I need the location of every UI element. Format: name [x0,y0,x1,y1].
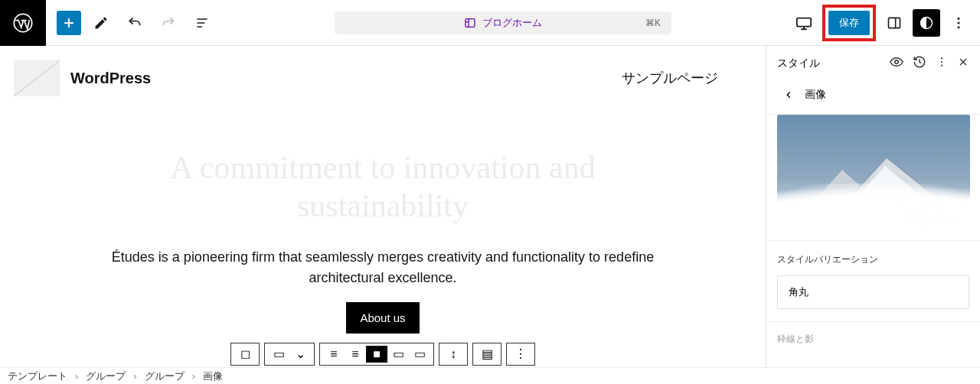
block-toolbar: ◻ ▭⌄ ≡≡■▭▭ ↕ ▤ ⋮ [230,343,535,366]
styles-back-label: 画像 [805,88,826,102]
block-tool-group-6[interactable]: ⋮ [506,343,535,366]
hero-heading[interactable]: A commitment to innovation and sustainab… [92,148,674,226]
styles-panel-title: スタイル [777,57,820,70]
styles-toggle[interactable] [913,9,940,37]
shortcut-hint: ⌘K [645,18,661,28]
site-header-left: WordPress [14,60,151,96]
svg-rect-3 [889,18,900,28]
site-title[interactable]: WordPress [70,70,151,87]
block-tool-group-3[interactable]: ≡≡■▭▭ [319,343,434,366]
svg-point-9 [941,57,942,59]
redo-button[interactable] [155,9,182,37]
settings-panel-toggle[interactable] [880,9,908,37]
toolbar-left [46,9,216,37]
save-highlight: 保存 [822,5,876,41]
wordpress-logo[interactable] [0,0,46,46]
chevron-left-icon [783,89,794,100]
site-header: WordPress サンプルページ [0,46,766,110]
editor-top-bar: ブログホーム ⌘K 保存 [0,0,980,46]
toolbar-right: 保存 [790,5,972,41]
crumb-group-1[interactable]: グループ [86,369,126,383]
svg-point-8 [895,60,899,64]
svg-rect-2 [797,18,811,26]
styles-panel: スタイル 画像 スタイルバリエーション 角丸 枠線と影 [766,46,980,367]
block-tool-group-5[interactable]: ▤ [472,343,501,366]
editor-canvas[interactable]: WordPress サンプルページ A commitment to innova… [0,46,766,367]
image-preview [777,115,969,229]
document-switcher[interactable]: ブログホーム ⌘K [335,11,671,34]
variation-option-rounded[interactable]: 角丸 [777,275,969,309]
styles-panel-actions [890,55,969,71]
save-button[interactable]: 保存 [828,11,870,35]
hero-button[interactable]: About us [346,302,419,334]
list-view-button[interactable] [188,9,216,37]
crumb-image[interactable]: 画像 [203,369,223,383]
crumb-template[interactable]: テンプレート [8,369,67,383]
add-block-button[interactable] [57,11,81,35]
panel-more-icon[interactable] [936,56,948,70]
hero-paragraph[interactable]: Études is a pioneering firm that seamles… [92,247,674,288]
revisions-icon[interactable] [913,55,926,71]
hero-section: A commitment to innovation and sustainab… [0,110,766,367]
styles-panel-header: スタイル [766,46,980,80]
svg-point-6 [958,21,960,24]
styles-back-row[interactable]: 画像 [766,80,980,115]
svg-point-10 [941,61,942,63]
document-switcher-wrap: ブログホーム ⌘K [216,11,790,34]
crumb-separator: › [192,370,195,382]
svg-point-5 [958,17,960,19]
mountain-thumbnail[interactable] [777,115,970,229]
undo-button[interactable] [121,9,149,37]
style-variation-label: スタイルバリエーション [777,253,969,266]
eye-icon[interactable] [890,55,903,71]
nav-link-sample[interactable]: サンプルページ [622,69,718,87]
crumb-separator: › [75,370,78,382]
style-variation-section: スタイルバリエーション 角丸 [766,240,980,321]
view-button[interactable] [790,9,818,37]
border-shadow-section-peek[interactable]: 枠線と影 [766,321,980,356]
svg-rect-1 [466,18,475,27]
edit-tool-button[interactable] [87,9,115,37]
close-icon[interactable] [957,56,969,70]
breadcrumb-bar: テンプレート › グループ › グループ › 画像 [0,367,980,384]
svg-point-11 [941,65,942,67]
block-tool-group-4[interactable]: ↕ [439,343,468,366]
editor-body: WordPress サンプルページ A commitment to innova… [0,46,980,367]
crumb-group-2[interactable]: グループ [145,369,185,383]
svg-point-7 [958,26,960,28]
block-tool-group-1[interactable]: ◻ [230,343,260,366]
crumb-separator: › [133,370,136,382]
more-menu[interactable] [945,9,972,37]
block-tool-group-2[interactable]: ▭⌄ [264,343,315,366]
site-logo-placeholder[interactable] [14,60,60,96]
document-title: ブログホーム [482,16,542,30]
